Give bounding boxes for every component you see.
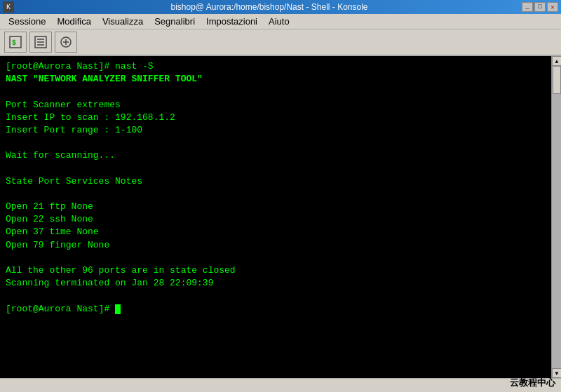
terminal-wrapper: [root@Aurora Nast]# nast -S NAST "NETWOR… [0, 56, 561, 378]
terminal-line5: All the other 96 ports are in state clos… [6, 264, 546, 277]
terminal-row1: Open 21 ftp None [6, 201, 546, 213]
button2[interactable] [29, 32, 52, 53]
menu-aiuto[interactable]: Aiuto [263, 15, 295, 28]
terminal-blank4 [6, 188, 546, 201]
terminal-row4: Open 79 finger None [6, 239, 546, 252]
terminal-blank2 [6, 137, 546, 149]
terminal-line-title: NAST "NETWORK ANALYZER SNIFFER TOOL" [6, 73, 546, 86]
terminal-output[interactable]: [root@Aurora Nast]# nast -S NAST "NETWOR… [0, 56, 551, 378]
menu-segnalibri[interactable]: Segnalibri [149, 15, 201, 28]
maximize-button[interactable]: □ [534, 2, 546, 12]
new-terminal-button[interactable]: $ [4, 32, 27, 53]
terminal-cursor [115, 304, 121, 314]
window-controls: _ □ ✕ [522, 2, 558, 12]
terminal-line4: Wait for scanning... [6, 149, 546, 162]
watermark: 云教程中心 [510, 377, 555, 389]
terminal-blank5 [6, 252, 546, 264]
menu-impostazioni[interactable]: Impostazioni [201, 15, 263, 28]
menu-sessione[interactable]: Sessione [3, 15, 51, 28]
scrollbar-thumb[interactable] [553, 66, 561, 94]
close-button[interactable]: ✕ [547, 2, 558, 12]
app-icon: K [3, 1, 14, 13]
minimize-button[interactable]: _ [522, 2, 533, 12]
title-bar: K bishop@ Aurora:/home/bishop/Nast - She… [0, 0, 561, 14]
terminal-prompt2: [root@Aurora Nast]# [6, 303, 546, 316]
menu-visualizza[interactable]: Visualizza [97, 15, 149, 28]
terminal-blank3 [6, 163, 546, 175]
menu-bar: Sessione Modifica Visualizza Segnalibri … [0, 14, 561, 29]
terminal-row3: Open 37 time None [6, 226, 546, 238]
terminal-blank1 [6, 86, 546, 98]
scroll-up-button[interactable]: ▲ [552, 56, 561, 66]
menu-modifica[interactable]: Modifica [51, 15, 96, 28]
terminal-row2: Open 22 ssh None [6, 213, 546, 226]
svg-text:$: $ [12, 39, 16, 47]
scrollbar-track[interactable] [552, 66, 561, 368]
button3[interactable] [55, 32, 77, 53]
terminal-line2: Insert IP to scan : 192.168.1.2 [6, 111, 546, 124]
terminal-blank6 [6, 290, 546, 302]
window-title: bishop@ Aurora:/home/bishop/Nast - Shell… [17, 2, 522, 12]
toolbar: $ [0, 29, 561, 56]
status-bar [0, 378, 561, 392]
terminal-line3: Insert Port range : 1-100 [6, 124, 546, 137]
terminal-line1: Port Scanner extremes [6, 99, 546, 111]
terminal-line-prompt1: [root@Aurora Nast]# nast -S [6, 60, 546, 73]
terminal-table-header: State Port Services Notes [6, 175, 546, 188]
scrollbar[interactable]: ▲ ▼ [551, 56, 561, 378]
terminal-line6: Scanning terminated on Jan 28 22:09:39 [6, 277, 546, 290]
